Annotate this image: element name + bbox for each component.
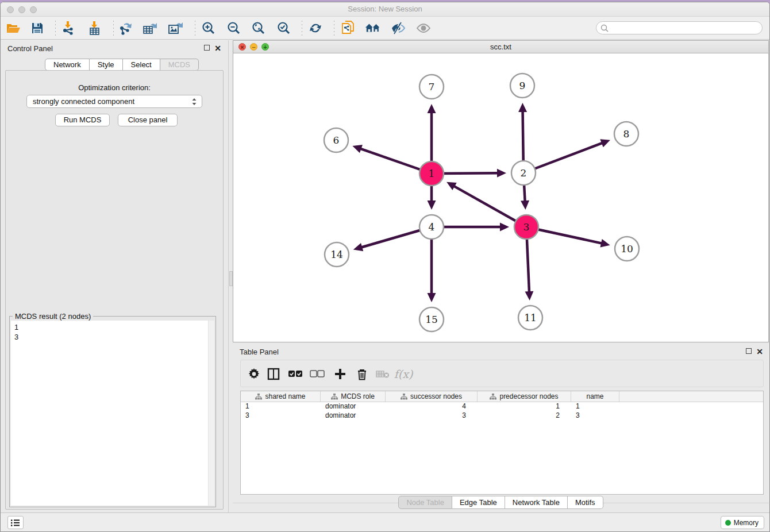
show-hide-graphics-icon[interactable] [390,21,406,36]
graph-node-label: 11 [524,312,537,323]
column-label: predecessor nodes [499,392,558,400]
save-session-icon[interactable] [29,21,45,36]
tab-select[interactable]: Select [123,59,160,71]
network-title: scc.txt [233,43,768,51]
edge-arrowhead [600,239,610,248]
mcds-result-title: MCDS result (2 nodes) [13,312,93,321]
table-header-row: shared nameMCDS rolesuccessor nodesprede… [241,391,763,402]
graph-node-label: 10 [621,243,633,255]
search-field[interactable] [596,21,763,34]
tab-style[interactable]: Style [90,59,123,71]
table-cell[interactable]: 1 [478,402,571,411]
settings-gear-icon[interactable] [245,366,263,382]
export-table-icon[interactable] [142,21,158,36]
toolbar-separator [302,21,302,36]
table-cell[interactable]: 4 [386,402,478,411]
eye-disabled-icon [415,21,432,36]
column-scope-icon [331,394,338,400]
table-cell[interactable]: 3 [571,411,619,421]
edge-arrowhead [428,104,436,113]
task-history-button[interactable] [7,516,24,529]
zoom-in-icon[interactable] [201,21,217,36]
network-graph[interactable]: 1234678910111415 [233,53,769,342]
run-mcds-button[interactable]: Run MCDS [55,114,110,126]
table-close-button[interactable]: ✕ [756,348,763,356]
window-title: Session: New Session [1,5,769,13]
graph-node-label: 2 [521,167,527,179]
toolbar-separator [55,21,56,36]
column-scope-icon [401,394,407,400]
app-window: Session: New Session [0,2,770,532]
edge-arrowhead [428,201,436,210]
toolbar-separator [195,21,195,36]
table-row[interactable]: 1dominator411 [241,402,763,411]
import-network-icon[interactable] [60,21,76,36]
tab-network-table[interactable]: Network Table [505,496,568,509]
delete-column-icon[interactable] [353,366,371,382]
network-titlebar[interactable]: × – + scc.txt [233,41,768,53]
table-cell[interactable]: 2 [478,411,571,421]
close-panel-button-2[interactable]: Close panel [118,114,178,126]
export-network-icon[interactable] [118,21,134,36]
edge-arrowhead [352,145,363,153]
mcds-panel: Optimization criterion: strongly connect… [5,70,224,510]
table-cell[interactable]: 1 [571,402,619,411]
toolbar-separator [113,21,114,36]
columns-icon[interactable] [265,366,282,382]
add-column-icon[interactable] [332,366,349,382]
status-bar: Memory [1,512,769,531]
table-cell[interactable]: dominator [321,402,386,411]
clone-network-icon[interactable] [340,21,356,36]
memory-button[interactable]: Memory [721,516,764,529]
import-table-icon[interactable] [87,21,103,36]
toolbar-separator [334,21,334,36]
network-window: × – + scc.txt 1234678910111415 [233,40,769,342]
result-scrollbar[interactable] [208,321,214,506]
criterion-dropdown[interactable]: strongly connected component [26,95,202,108]
node-table[interactable]: shared nameMCDS rolesuccessor nodesprede… [240,391,764,495]
mcds-result-list[interactable]: 1 3 [11,321,214,506]
column-header-shared-name[interactable]: shared name [241,391,321,402]
edge-arrowhead [497,169,506,178]
tab-motifs[interactable]: Motifs [568,496,603,509]
table-float-button[interactable] [746,348,752,356]
table-panel-title: Table Panel [240,348,279,356]
column-header-name[interactable]: name [571,391,619,402]
column-scope-icon [490,394,496,400]
column-header-predecessor-nodes[interactable]: predecessor nodes [478,391,571,402]
graph-node-label: 3 [523,221,530,233]
tab-node-table[interactable]: Node Table [398,496,452,509]
tab-edge-table[interactable]: Edge Table [452,496,505,509]
column-label: shared name [265,392,305,400]
table-cell[interactable]: dominator [321,411,386,421]
zoom-selected-icon[interactable] [276,21,292,36]
mcds-result-group: MCDS result (2 nodes) 1 3 [9,316,216,507]
houses-icon[interactable] [365,21,381,36]
tab-network[interactable]: Network [45,59,90,71]
tab-mcds[interactable]: MCDS [160,59,199,71]
deselect-all-icon[interactable] [309,366,326,382]
graph-edge-2-8[interactable] [523,142,604,173]
zoom-fit-icon[interactable] [251,21,267,36]
open-session-icon[interactable] [5,21,21,36]
network-canvas[interactable]: 1234678910111415 [233,53,768,342]
column-header-successor-nodes[interactable]: successor nodes [386,391,478,402]
splitter-handle[interactable] [229,271,233,286]
export-image-icon[interactable] [167,21,183,36]
table-cell[interactable]: 1 [241,402,321,411]
select-all-checked-icon[interactable] [287,366,304,382]
column-header-MCDS-role[interactable]: MCDS role [321,391,386,402]
column-label: MCDS role [341,392,375,400]
edge-arrowhead [521,201,529,210]
column-scope-icon [255,394,262,400]
float-panel-button[interactable] [204,44,210,52]
table-row[interactable]: 3dominator323 [241,411,763,421]
search-icon [600,24,609,33]
refresh-layout-icon[interactable] [307,21,324,36]
table-cell[interactable]: 3 [241,411,321,421]
graph-node-label: 14 [330,249,343,260]
table-cell[interactable]: 3 [386,411,478,421]
search-input[interactable] [611,22,757,33]
close-panel-button[interactable]: ✕ [214,44,221,52]
zoom-out-icon[interactable] [226,21,242,36]
